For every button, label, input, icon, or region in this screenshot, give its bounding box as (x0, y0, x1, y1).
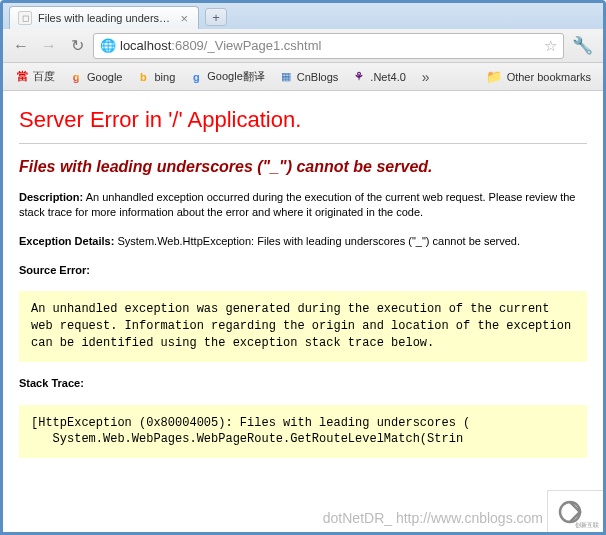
bookmark-bing[interactable]: bbing (130, 67, 181, 87)
error-description: Description: An unhandled exception occu… (19, 190, 587, 220)
baidu-icon: 當 (15, 70, 29, 84)
tabs-bar: ◻ Files with leading underscores × + (3, 3, 603, 29)
error-exception-details: Exception Details: System.Web.HttpExcept… (19, 234, 587, 249)
bookmark-label: Google (87, 71, 122, 83)
bookmark-baidu[interactable]: 當百度 (9, 66, 61, 87)
browser-window: ◻ Files with leading underscores × + ← →… (0, 0, 606, 535)
address-bar[interactable]: 🌐 localhost:6809/_ViewPage1.cshtml ☆ (93, 33, 564, 59)
page-favicon-icon: ◻ (18, 11, 32, 25)
page-content: Server Error in '/' Application. Files w… (3, 91, 603, 532)
source-error-heading: Source Error: (19, 263, 587, 278)
url-host: localhost (120, 38, 171, 53)
other-bookmarks-label: Other bookmarks (507, 71, 591, 83)
google-translate-icon: g (189, 70, 203, 84)
globe-icon: 🌐 (100, 38, 116, 54)
wrench-icon[interactable]: 🔧 (568, 35, 597, 56)
new-tab-button[interactable]: + (205, 8, 227, 26)
google-icon: g (69, 70, 83, 84)
bookmark-cnblogs[interactable]: ▦CnBlogs (273, 67, 345, 87)
bookmark-label: bing (154, 71, 175, 83)
error-subtitle: Files with leading underscores ("_") can… (19, 158, 587, 176)
forward-button[interactable]: → (37, 34, 61, 58)
reload-button[interactable]: ↻ (65, 34, 89, 58)
corner-logo-text: 创新互联 (575, 521, 599, 530)
description-text: An unhandled exception occurred during t… (19, 191, 575, 218)
bookmark-label: Google翻译 (207, 69, 264, 84)
description-label: Description: (19, 191, 83, 203)
close-icon[interactable]: × (178, 11, 190, 26)
back-button[interactable]: ← (9, 34, 33, 58)
browser-tab[interactable]: ◻ Files with leading underscores × (9, 6, 199, 29)
stack-trace-heading: Stack Trace: (19, 376, 587, 391)
bookmark-google-translate[interactable]: gGoogle翻译 (183, 66, 270, 87)
bookmark-label: 百度 (33, 69, 55, 84)
cnblogs-icon: ▦ (279, 70, 293, 84)
exception-text: System.Web.HttpException: Files with lea… (114, 235, 520, 247)
bookmark-star-icon[interactable]: ☆ (544, 37, 557, 55)
folder-icon: 📁 (486, 69, 502, 84)
bookmark-label: CnBlogs (297, 71, 339, 83)
bookmarks-overflow-button[interactable]: » (414, 69, 438, 85)
stack-trace-label: Stack Trace: (19, 377, 84, 389)
error-title: Server Error in '/' Application. (19, 107, 587, 133)
dotnet-icon: ⚘ (352, 70, 366, 84)
url-path: /_ViewPage1.cshtml (204, 38, 322, 53)
tab-title: Files with leading underscores (38, 12, 172, 24)
bookmarks-bar: 當百度 gGoogle bbing gGoogle翻译 ▦CnBlogs ⚘.N… (3, 63, 603, 91)
source-error-box: An unhandled exception was generated dur… (19, 291, 587, 361)
url-text: localhost:6809/_ViewPage1.cshtml (120, 38, 540, 53)
exception-label: Exception Details: (19, 235, 114, 247)
other-bookmarks-button[interactable]: 📁 Other bookmarks (480, 66, 597, 87)
bookmark-google[interactable]: gGoogle (63, 67, 128, 87)
bing-icon: b (136, 70, 150, 84)
nav-bar: ← → ↻ 🌐 localhost:6809/_ViewPage1.cshtml… (3, 29, 603, 63)
svg-point-0 (560, 502, 580, 522)
divider (19, 143, 587, 144)
corner-logo: 创新互联 (547, 490, 603, 532)
url-port: :6809 (171, 38, 204, 53)
bookmark-label: .Net4.0 (370, 71, 405, 83)
stack-trace-box: [HttpException (0x80004005): Files with … (19, 405, 587, 459)
bookmark-net40[interactable]: ⚘.Net4.0 (346, 67, 411, 87)
source-error-label: Source Error: (19, 264, 90, 276)
